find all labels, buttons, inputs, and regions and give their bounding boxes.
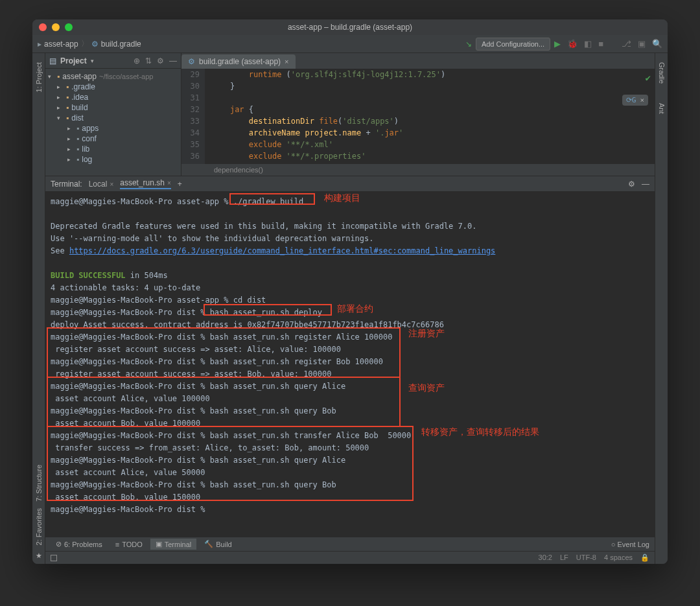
minimize-icon[interactable]: [52, 23, 60, 31]
lock-icon[interactable]: 🔒: [640, 554, 649, 562]
breadcrumb[interactable]: ▸ asset-app 〉 ⚙ build.gradle: [38, 38, 141, 49]
tree-item[interactable]: ▸▪.idea: [45, 92, 181, 102]
status-bar: ⊘6: Problems ≡TODO ▣Terminal 🔨Build ○ Ev…: [45, 537, 655, 551]
git-icon[interactable]: ⎇: [622, 39, 631, 49]
stop-icon[interactable]: ■: [598, 39, 603, 49]
terminal-tab-local[interactable]: Local×: [89, 180, 114, 189]
tab-todo[interactable]: ≡TODO: [110, 539, 148, 550]
tree-item[interactable]: ▸▪.gradle: [45, 82, 181, 92]
project-tree[interactable]: ▾▪ asset-app ~/fisco/asset-app ▸▪.gradle…: [45, 69, 181, 176]
check-icon: ✔: [646, 73, 651, 83]
micro-status: 30:2 LF UTF-8 4 spaces 🔒: [45, 551, 655, 564]
tree-item[interactable]: ▾▪dist: [45, 113, 181, 123]
error-icon: ⊘: [56, 540, 62, 548]
tree-item[interactable]: ▸▪lib: [45, 144, 181, 154]
titlebar[interactable]: asset-app – build.gradle (asset-app): [32, 19, 668, 35]
sidebar-ant-tab[interactable]: Ant: [658, 103, 666, 114]
balloon-icon: ○: [611, 541, 616, 548]
encoding[interactable]: UTF-8: [576, 554, 596, 562]
terminal-panel: Terminal: Local× asset_run.sh× + ⚙ — mag…: [45, 176, 655, 537]
gradle-icon: ⚙: [91, 40, 99, 49]
hammer-icon[interactable]: ↘: [465, 40, 472, 49]
tab-build[interactable]: 🔨Build: [199, 539, 237, 550]
run-icon[interactable]: ▶: [554, 39, 561, 49]
left-tool-strip: 1: Project 7: Structure 2: Favorites ★: [32, 53, 45, 564]
terminal-tab-script[interactable]: asset_run.sh×: [120, 178, 171, 189]
line-ending[interactable]: LF: [560, 554, 568, 562]
editor-crumb[interactable]: dependencies(): [181, 164, 655, 176]
target-icon[interactable]: ⊕: [134, 56, 140, 65]
folder-icon: ▤: [49, 56, 56, 65]
sidebar-structure-tab[interactable]: 7: Structure: [35, 465, 43, 502]
project-header: Project: [60, 56, 87, 65]
maximize-icon[interactable]: [65, 23, 73, 31]
terminal-label: Terminal:: [51, 180, 82, 189]
code-content[interactable]: runtime ('org.slf4j:slf4j-log4j12:1.7.25…: [205, 69, 655, 164]
minimize-panel-icon[interactable]: —: [642, 180, 649, 189]
terminal-icon: ▣: [156, 540, 162, 548]
add-terminal-button[interactable]: +: [178, 180, 182, 189]
add-configuration-button[interactable]: Add Configuration...: [476, 38, 550, 51]
close-icon[interactable]: [39, 23, 47, 31]
gear-icon[interactable]: ⚙: [628, 180, 635, 189]
search-icon[interactable]: 🔍: [652, 39, 662, 49]
indent[interactable]: 4 spaces: [604, 554, 633, 562]
right-tool-strip: Gradle Ant: [655, 53, 668, 564]
status-icon[interactable]: [51, 555, 57, 561]
editor-tab[interactable]: ⚙ build.gradle (asset-app) ×: [181, 54, 296, 69]
sidebar-gradle-tab[interactable]: Gradle: [658, 62, 666, 84]
line-gutter: 29 30 31 32 33 34 35 36: [181, 69, 205, 164]
layout-icon[interactable]: ▣: [638, 39, 646, 49]
tree-item[interactable]: ▸▪build: [45, 102, 181, 113]
editor-pane: ⚙ build.gradle (asset-app) × 29 30 31 32…: [181, 53, 655, 176]
breadcrumb-file[interactable]: build.gradle: [101, 40, 141, 49]
project-pane: ▤ Project ▾ ⊕ ⇅ ⚙ — ▾▪ asset-ap: [45, 53, 181, 176]
event-log[interactable]: ○ Event Log: [611, 541, 649, 548]
tab-problems[interactable]: ⊘6: Problems: [51, 539, 108, 550]
git-badge[interactable]: ⟳G×: [622, 95, 648, 106]
tree-root[interactable]: ▾▪ asset-app ~/fisco/asset-app: [45, 71, 181, 82]
sort-icon[interactable]: ⇅: [145, 56, 152, 65]
tree-item[interactable]: ▸▪log: [45, 154, 181, 165]
code-editor[interactable]: 29 30 31 32 33 34 35 36 runtime ('org.sl…: [181, 69, 655, 164]
breadcrumb-root[interactable]: asset-app: [44, 40, 78, 49]
gear-icon[interactable]: ⚙: [157, 56, 164, 65]
tab-terminal[interactable]: ▣Terminal: [150, 539, 197, 550]
hammer-icon: 🔨: [204, 540, 213, 548]
star-icon[interactable]: ★: [36, 552, 42, 560]
ide-window: asset-app – build.gradle (asset-app) ▸ a…: [32, 19, 668, 564]
tree-item[interactable]: ▸▪conf: [45, 134, 181, 144]
terminal-body[interactable]: maggie@Maggies-MacBook-Pro asset-app % .…: [45, 192, 655, 537]
close-tab-icon[interactable]: ×: [285, 58, 288, 65]
gradle-icon: ⚙: [188, 57, 195, 66]
window-title: asset-app – build.gradle (asset-app): [288, 23, 412, 32]
sidebar-favorites-tab[interactable]: 2: Favorites: [35, 508, 43, 545]
coverage-icon[interactable]: ◧: [584, 39, 592, 49]
tree-item[interactable]: ▸▪apps: [45, 123, 181, 134]
sidebar-project-tab[interactable]: 1: Project: [35, 62, 43, 92]
collapse-icon[interactable]: —: [169, 56, 177, 65]
top-toolbar: ▸ asset-app 〉 ⚙ build.gradle ↘ Add Confi…: [32, 35, 668, 53]
list-icon: ≡: [115, 541, 119, 548]
cursor-position[interactable]: 30:2: [539, 554, 552, 562]
debug-icon[interactable]: 🐞: [567, 39, 578, 49]
